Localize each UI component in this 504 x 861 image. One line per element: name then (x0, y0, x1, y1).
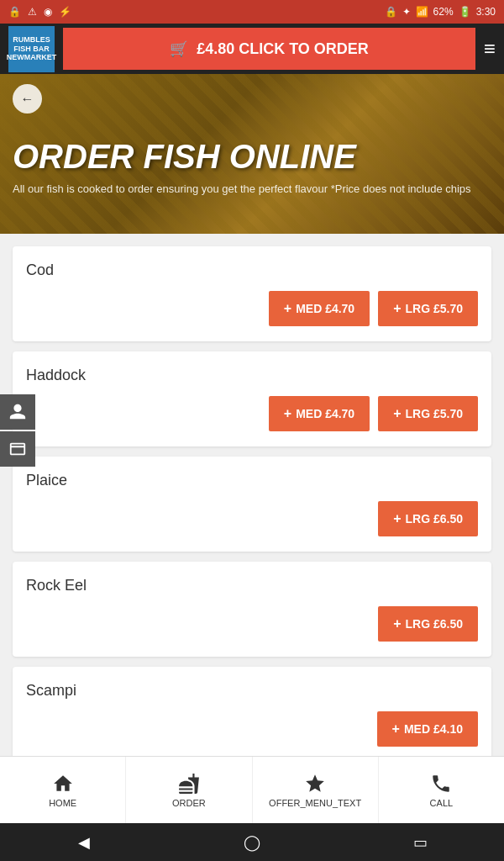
nav-order[interactable]: ORDER (126, 757, 252, 823)
bottom-nav: HOME ORDER OFFER_MENU_TEXT CALL (0, 756, 504, 823)
menu-item-name: Cod (26, 261, 478, 279)
nav-call[interactable]: CALL (379, 757, 504, 823)
battery-icon: 🔋 (459, 6, 471, 18)
menu-item-name: Haddock (26, 367, 478, 384)
add-item-button[interactable]: + MED £4.10 (377, 711, 478, 747)
menu-card: Rock Eel+ LRG £6.50 (13, 562, 491, 657)
add-item-button[interactable]: + LRG £5.70 (378, 396, 478, 431)
hero-section: ← ORDER FISH ONLINE All our fish is cook… (0, 74, 504, 234)
alert-icon: ⚠ (28, 6, 37, 18)
menu-item-name: Rock Eel (26, 577, 478, 594)
add-item-button[interactable]: + MED £4.70 (269, 396, 370, 431)
back-button[interactable]: ← (13, 84, 42, 114)
status-icons-left: 🔒 ⚠ ◉ ⚡ (8, 6, 71, 18)
menu-item-name: Scampi (26, 682, 478, 700)
top-nav: RUMBLES FISH BAR NEWMARKET 🛒 £4.80 CLICK… (0, 24, 504, 74)
menu-item-buttons: + MED £4.70+ LRG £5.70 (26, 396, 478, 431)
menu-card: Plaice+ LRG £6.50 (13, 457, 491, 552)
android-icon: ◉ (44, 6, 52, 18)
menu-item-buttons: + LRG £6.50 (26, 606, 478, 642)
battery-level: 62% (433, 6, 454, 18)
lock-icon-right: 🔒 (385, 6, 397, 18)
cart-icon: 🛒 (170, 40, 188, 58)
clock: 3:30 (476, 6, 496, 18)
status-bar: 🔒 ⚠ ◉ ⚡ 🔒 ✦ 📶 62% 🔋 3:30 (0, 0, 504, 24)
side-icons (0, 394, 35, 467)
menu-item-buttons: + MED £4.70+ LRG £5.70 (26, 291, 478, 326)
nav-call-label: CALL (430, 798, 454, 808)
back-sys-button[interactable]: ◀ (67, 826, 101, 859)
add-item-button[interactable]: + LRG £5.70 (378, 291, 478, 326)
nav-offers[interactable]: OFFER_MENU_TEXT (253, 757, 379, 823)
recents-sys-button[interactable]: ▭ (403, 826, 437, 859)
add-item-button[interactable]: + LRG £6.50 (378, 501, 478, 536)
system-nav: ◀ ◯ ▭ (0, 823, 504, 861)
menu-card: Cod+ MED £4.70+ LRG £5.70 (13, 246, 491, 341)
logo: RUMBLES FISH BAR NEWMARKET (8, 26, 55, 72)
menu-content: Cod+ MED £4.70+ LRG £5.70Haddock+ MED £4… (0, 234, 504, 756)
card-icon-side[interactable] (0, 431, 35, 467)
order-button[interactable]: 🛒 £4.80 CLICK TO ORDER (63, 28, 475, 70)
menu-item-buttons: + LRG £6.50 (26, 501, 478, 536)
status-icons-right: 🔒 ✦ 📶 62% 🔋 3:30 (385, 6, 496, 18)
menu-card: Haddock+ MED £4.70+ LRG £5.70 (13, 351, 491, 446)
nav-order-label: ORDER (172, 798, 206, 808)
nav-home-label: HOME (49, 798, 76, 808)
home-sys-button[interactable]: ◯ (235, 826, 269, 859)
lock-icon: 🔒 (8, 6, 21, 18)
wifi-icon: 📶 (416, 6, 428, 18)
menu-item-name: Plaice (26, 472, 478, 489)
hero-title: ORDER FISH ONLINE (13, 138, 491, 176)
menu-card: Scampi+ MED £4.10 (13, 667, 491, 756)
user-icon-side[interactable] (0, 394, 35, 430)
menu-button[interactable]: ≡ (484, 37, 496, 61)
nav-offers-label: OFFER_MENU_TEXT (269, 798, 361, 808)
nav-home[interactable]: HOME (0, 757, 126, 823)
add-item-button[interactable]: + LRG £6.50 (378, 606, 478, 642)
bluetooth-icon: ✦ (402, 6, 411, 18)
hero-subtitle: All our fish is cooked to order ensuring… (13, 182, 491, 195)
add-item-button[interactable]: + MED £4.70 (269, 291, 370, 326)
usb-icon: ⚡ (59, 6, 71, 18)
menu-item-buttons: + MED £4.10 (26, 711, 478, 747)
